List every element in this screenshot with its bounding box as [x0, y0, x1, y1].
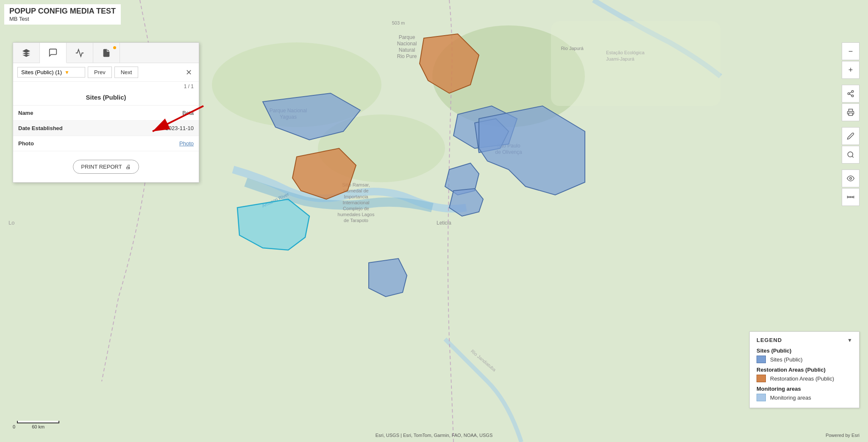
legend-swatch-restoration	[757, 375, 766, 382]
tab-media[interactable]	[93, 43, 120, 63]
field-name-label: Name	[18, 110, 182, 116]
app-subtitle: MB Test	[9, 16, 116, 22]
legend-header: LEGEND ▼	[757, 337, 852, 343]
draw-button[interactable]	[842, 127, 860, 145]
esri-credit: Powered by Esri	[826, 433, 860, 438]
field-photo: Photo Photo	[13, 136, 199, 151]
svg-text:Natural: Natural	[399, 47, 415, 53]
visibility-button[interactable]	[842, 170, 860, 187]
print-map-button[interactable]	[842, 103, 860, 121]
search-map-button[interactable]	[842, 146, 860, 164]
svg-point-41	[848, 93, 850, 95]
legend-item-monitoring-label: Monitoring areas	[770, 395, 811, 401]
legend-item-sites-public: Sites (Public)	[757, 356, 852, 363]
print-report-button[interactable]: PRINT REPORT 🖨	[73, 160, 139, 174]
scale-label: 60 km	[17, 424, 59, 429]
svg-text:Juami-Japurá: Juami-Japurá	[606, 56, 635, 61]
legend-section-monitoring-title: Monitoring areas	[757, 386, 852, 392]
svg-text:Estação Ecológica: Estação Ecológica	[606, 50, 645, 55]
svg-text:Rio Japurá: Rio Japurá	[561, 46, 584, 51]
tab-popup[interactable]	[40, 43, 67, 63]
svg-point-42	[851, 95, 854, 97]
field-name-value: Beta	[182, 110, 194, 116]
legend-item-monitoring: Monitoring areas	[757, 394, 852, 401]
field-name: Name Beta	[13, 106, 199, 121]
legend-title: LEGEND	[757, 337, 782, 343]
tab-layers[interactable]	[13, 43, 40, 63]
print-report-label: PRINT REPORT	[81, 164, 122, 170]
scale-zero: 0	[13, 424, 15, 429]
scale-line	[17, 421, 59, 423]
prev-button[interactable]: Prev	[88, 67, 112, 78]
svg-marker-34	[369, 259, 407, 297]
dropdown-arrow-icon: ▼	[64, 69, 70, 75]
svg-rect-45	[849, 113, 853, 116]
layer-selector[interactable]: Sites (Public) (1) ▼	[17, 67, 85, 78]
legend-swatch-sites	[757, 356, 766, 363]
zoom-in-button[interactable]: +	[842, 61, 860, 79]
media-dot	[113, 46, 116, 49]
zoom-out-button[interactable]: −	[842, 42, 860, 60]
title-bar: POPUP CONFIG MEDIA TEST MB Test	[4, 4, 121, 25]
legend-swatch-monitoring	[757, 394, 766, 401]
svg-text:Importancia: Importancia	[344, 194, 368, 199]
svg-text:Complejo de: Complejo de	[343, 206, 369, 211]
legend: LEGEND ▼ Sites (Public) Sites (Public) R…	[749, 331, 860, 408]
svg-point-46	[848, 152, 853, 157]
popup-panel: Sites (Public) (1) ▼ Prev Next ✕ 1 / 1 S…	[13, 42, 199, 183]
field-photo-label: Photo	[18, 140, 179, 147]
svg-line-43	[849, 94, 851, 95]
svg-line-44	[849, 92, 851, 93]
svg-text:humedales Lagos: humedales Lagos	[338, 212, 375, 217]
measure-button[interactable]	[842, 188, 860, 206]
legend-section-restoration-title: Restoration Areas (Public)	[757, 367, 852, 373]
svg-line-47	[852, 156, 853, 157]
svg-text:Leticia: Leticia	[437, 220, 451, 226]
layer-selector-label: Sites (Public) (1)	[21, 69, 62, 75]
svg-text:Lo: Lo	[8, 220, 14, 226]
legend-item-restoration-label: Restoration Areas (Public)	[770, 375, 834, 382]
field-date-value: 2023-11-10	[166, 125, 194, 131]
svg-text:de Tarapoto: de Tarapoto	[344, 218, 368, 223]
popup-controls: Sites (Public) (1) ▼ Prev Next ✕	[13, 63, 199, 82]
popup-counter: 1 / 1	[13, 82, 199, 91]
print-report-container: PRINT REPORT 🖨	[13, 151, 199, 182]
svg-text:Nacional: Nacional	[397, 41, 417, 47]
app-title: POPUP CONFIG MEDIA TEST	[9, 7, 116, 16]
popup-content: 1 / 1 Sites (Public) Name Beta Date Esta…	[13, 82, 199, 182]
field-photo-value[interactable]: Photo	[179, 140, 194, 147]
attribution-bar: Esri, USGS | Esri, TomTom, Garmin, FAO, …	[376, 433, 492, 438]
legend-item-sites-label: Sites (Public)	[770, 356, 803, 363]
svg-text:Parque: Parque	[399, 34, 415, 40]
svg-text:Rio Pure: Rio Pure	[397, 53, 417, 59]
legend-collapse-icon[interactable]: ▼	[847, 337, 852, 343]
scale-bar: 0 60 km	[13, 421, 59, 429]
svg-text:Internacional: Internacional	[343, 200, 370, 205]
popup-feature-title: Sites (Public)	[13, 91, 199, 106]
next-button[interactable]: Next	[114, 67, 139, 78]
svg-point-40	[851, 91, 854, 93]
tab-chart[interactable]	[67, 43, 93, 63]
tab-bar	[13, 43, 199, 63]
share-button[interactable]	[842, 85, 860, 103]
print-icon: 🖨	[125, 164, 131, 170]
svg-point-48	[850, 178, 852, 180]
legend-section-sites-title: Sites (Public)	[757, 347, 852, 354]
field-date-label: Date Established	[18, 125, 166, 131]
svg-text:503 m: 503 m	[392, 20, 405, 25]
field-date: Date Established 2023-11-10	[13, 121, 199, 136]
legend-item-restoration: Restoration Areas (Public)	[757, 375, 852, 382]
map-controls: − +	[842, 42, 860, 206]
svg-rect-4	[551, 21, 721, 106]
close-button[interactable]: ✕	[183, 67, 195, 78]
